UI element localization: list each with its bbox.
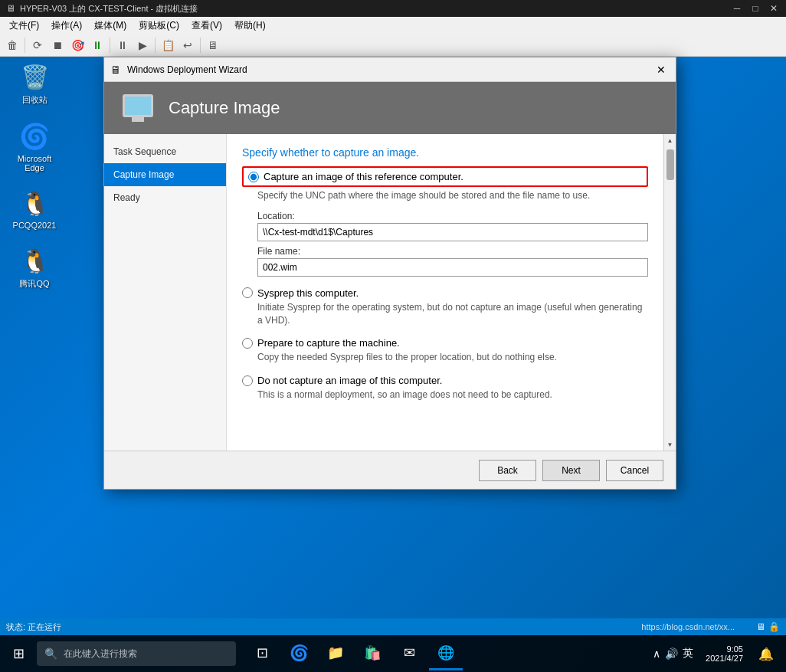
- maximize-btn[interactable]: □: [749, 3, 761, 14]
- vm-title-bar: 🖥 HYPER-V03 上的 CX-TEST-Client - 虚拟机连接 ─ …: [0, 0, 786, 17]
- toolbar-power[interactable]: ⏸: [88, 36, 106, 54]
- scrollbar[interactable]: ▲ ▼: [663, 134, 676, 451]
- menu-view[interactable]: 查看(V): [185, 18, 228, 34]
- vm-title-text: HYPER-V03 上的 CX-TEST-Client - 虚拟机连接: [20, 3, 731, 15]
- desktop-icon-tencent[interactable]: 🐧 腾讯QQ: [8, 245, 61, 290]
- desktop-icon-edge[interactable]: 🌀 Microsoft Edge: [8, 121, 61, 172]
- close-btn[interactable]: ✕: [768, 3, 780, 14]
- option-capture-label[interactable]: Capture an image of this reference compu…: [264, 171, 463, 182]
- option-sysprep: Sysprep this computer. Initiate Sysprep …: [242, 287, 648, 327]
- menu-action[interactable]: 操作(A): [45, 18, 88, 34]
- option-capture-radio[interactable]: [248, 172, 259, 182]
- status-icon-1: 🖥: [756, 621, 765, 632]
- option-no-capture-desc: This is a normal deployment, so an image…: [257, 388, 648, 402]
- option-sysprep-radio[interactable]: [242, 287, 253, 298]
- minimize-btn[interactable]: ─: [731, 3, 743, 14]
- filename-input[interactable]: [257, 258, 648, 277]
- toolbar-sep-1: [25, 38, 25, 53]
- tray-caret[interactable]: ∧: [653, 647, 660, 660]
- option-1-highlight: Capture an image of this reference compu…: [242, 166, 648, 187]
- toolbar-pause[interactable]: ⏸: [113, 36, 132, 54]
- option-2-label-row: Sysprep this computer.: [242, 287, 648, 299]
- option-prepare-label[interactable]: Prepare to capture the machine.: [257, 337, 400, 349]
- option-no-capture-radio[interactable]: [242, 375, 253, 386]
- pcqq-icon: 🐧: [19, 188, 50, 218]
- status-icon-2: 🔒: [768, 621, 780, 632]
- toolbar-stop[interactable]: ⏹: [48, 36, 67, 54]
- desktop-icon-recycle[interactable]: 🗑️ 回收站: [8, 61, 61, 106]
- nav-capture-image[interactable]: Capture Image: [104, 163, 226, 186]
- filename-label: File name:: [257, 246, 648, 257]
- tray-volume[interactable]: 🔊: [665, 647, 678, 660]
- toolbar-undo[interactable]: ↩: [178, 36, 197, 54]
- menu-help[interactable]: 帮助(H): [228, 18, 272, 34]
- toolbar-sep-2: [110, 38, 110, 53]
- search-bar[interactable]: 🔍 在此键入进行搜索: [37, 641, 236, 666]
- option-no-capture: Do not capture an image of this computer…: [242, 375, 648, 402]
- taskbar-explorer[interactable]: 📁: [319, 637, 352, 670]
- menu-bar: 文件(F) 操作(A) 媒体(M) 剪贴板(C) 查看(V) 帮助(H): [0, 17, 786, 34]
- location-input[interactable]: [257, 223, 648, 241]
- option-sysprep-desc: Initiate Sysprep for the operating syste…: [257, 301, 648, 327]
- option-1-label-row: Capture an image of this reference compu…: [248, 171, 642, 182]
- status-text: 状态: 正在运行: [6, 621, 61, 633]
- search-placeholder: 在此键入进行搜索: [64, 647, 137, 661]
- scroll-thumb[interactable]: [666, 149, 674, 180]
- toolbar-copy[interactable]: 📋: [159, 36, 177, 54]
- scroll-down[interactable]: ▼: [664, 438, 676, 451]
- toolbar-monitor[interactable]: 🖥: [204, 36, 222, 54]
- menu-media[interactable]: 媒体(M): [88, 18, 133, 34]
- taskbar-mail[interactable]: ✉: [392, 637, 426, 670]
- desktop-icon-pcqq[interactable]: 🐧 PCQQ2021: [8, 188, 61, 230]
- pcqq-label: PCQQ2021: [13, 221, 57, 230]
- edge-label: Microsoft Edge: [8, 154, 61, 172]
- filename-field-group: File name:: [257, 246, 648, 277]
- notification-button[interactable]: 🔔: [752, 635, 780, 672]
- menu-clipboard[interactable]: 剪贴板(C): [133, 18, 185, 34]
- header-title: Capture Image: [169, 98, 280, 118]
- option-capture-desc: Specify the UNC path where the image sho…: [257, 189, 648, 202]
- taskbar: ⊞ 🔍 在此键入进行搜索 ⊡ 🌀 📁 🛍️ ✉ 🌐 ∧ 🔊 英 9:05 202…: [0, 635, 786, 672]
- toolbar-target[interactable]: 🎯: [68, 36, 87, 54]
- toolbar-play[interactable]: ▶: [133, 36, 152, 54]
- option-no-capture-label[interactable]: Do not capture an image of this computer…: [257, 375, 442, 386]
- option-prepare-radio[interactable]: [242, 338, 253, 349]
- options-group: Capture an image of this reference compu…: [242, 166, 648, 402]
- edge-icon: 🌀: [19, 121, 50, 152]
- tray-lang[interactable]: 英: [683, 647, 693, 661]
- taskbar-store[interactable]: 🛍️: [355, 637, 389, 670]
- option-4-label-row: Do not capture an image of this computer…: [242, 375, 648, 386]
- taskbar-view[interactable]: ⊡: [245, 637, 279, 670]
- monitor-icon: [123, 94, 153, 117]
- clock-time: 9:05: [727, 644, 743, 654]
- back-button[interactable]: Back: [479, 460, 536, 481]
- option-prepare: Prepare to capture the machine. Copy the…: [242, 337, 648, 364]
- nav-ready[interactable]: Ready: [104, 186, 226, 209]
- status-url: https://blog.csdn.net/xx...: [641, 622, 735, 631]
- dialog-title-bar: 🖥 Windows Deployment Wizard ✕: [104, 57, 676, 82]
- toolbar-sep-4: [200, 38, 201, 53]
- dialog-footer: Back Next Cancel: [104, 451, 676, 489]
- option-sysprep-label[interactable]: Sysprep this computer.: [257, 287, 359, 299]
- taskbar-edge[interactable]: 🌀: [282, 637, 316, 670]
- taskbar-network[interactable]: 🌐: [429, 637, 463, 670]
- clock[interactable]: 9:05 2021/4/27: [699, 644, 749, 663]
- scroll-up[interactable]: ▲: [664, 134, 676, 146]
- next-button[interactable]: Next: [542, 460, 600, 481]
- toolbar-reset[interactable]: ⟳: [28, 36, 47, 54]
- dialog-close-button[interactable]: ✕: [653, 61, 670, 78]
- menu-file[interactable]: 文件(F): [3, 18, 45, 34]
- tencent-qq-icon: 🐧: [19, 245, 50, 276]
- toolbar-sep-3: [155, 38, 156, 53]
- taskbar-right: ∧ 🔊 英 9:05 2021/4/27 🔔: [653, 635, 786, 672]
- nav-task-sequence[interactable]: Task Sequence: [104, 140, 226, 163]
- toolbar: 🗑 ⟳ ⏹ 🎯 ⏸ ⏸ ▶ 📋 ↩ 🖥: [0, 34, 786, 57]
- monitor-stand: [132, 117, 144, 122]
- start-button[interactable]: ⊞: [0, 635, 37, 672]
- toolbar-recycle[interactable]: 🗑: [3, 36, 21, 54]
- section-title: Specify whether to capture an image.: [242, 146, 648, 159]
- desktop-icons: 🗑️ 回收站 🌀 Microsoft Edge 🐧 PCQQ2021 🐧 腾讯Q…: [8, 61, 61, 290]
- dialog-header: Capture Image: [104, 82, 676, 134]
- content-panel: Specify whether to capture an image. Cap…: [227, 134, 663, 451]
- cancel-button[interactable]: Cancel: [606, 460, 663, 481]
